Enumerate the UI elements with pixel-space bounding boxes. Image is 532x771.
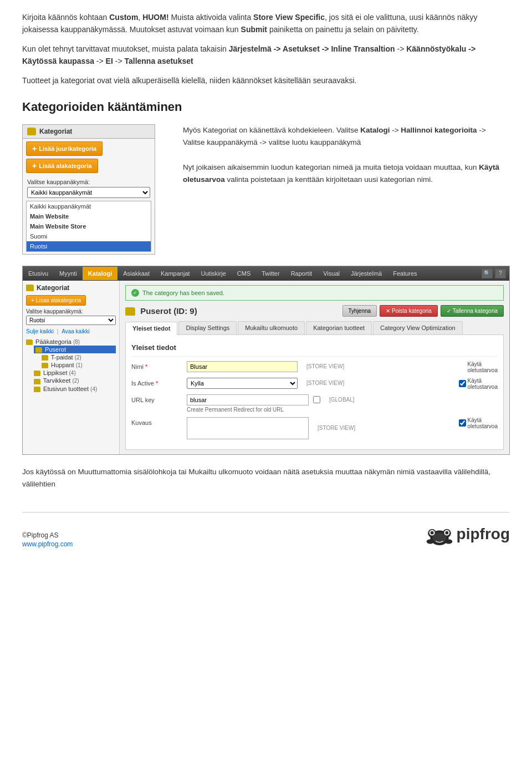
tree-huppant[interactable]: Huppant (1)	[42, 361, 116, 369]
tree-folder-icon-tpaidat	[42, 355, 48, 361]
tab-display[interactable]: Display Settings	[178, 321, 237, 334]
checkbox-kuvaus[interactable]	[459, 419, 466, 427]
delete-icon: ✕	[386, 308, 390, 314]
category-btn-group: Tyhjenna ✕ Poista kategoria ✓ Tallenna k…	[342, 305, 504, 317]
svg-point-6	[445, 531, 448, 535]
nav-katalogi[interactable]: Katalogi	[83, 267, 117, 280]
categories-two-col: Kategoriat + Lisää juurikategoria + Lisä…	[22, 124, 510, 255]
tab-yleiset[interactable]: Yleiset tiedot	[125, 322, 177, 335]
right-panel: Myös Kategoriat on käänettävä kohdekiele…	[183, 124, 510, 255]
success-text: The category has been saved.	[142, 290, 224, 296]
dropdown-item-3[interactable]: Main Website Store	[27, 221, 151, 231]
nav-etusivu[interactable]: Etusivu	[23, 267, 54, 280]
checkbox-url[interactable]	[313, 396, 320, 403]
tree-folder-icon-puserot	[35, 347, 42, 353]
tab-mukailtu[interactable]: Mukailtu ulkomuoto	[238, 321, 305, 334]
svg-point-5	[430, 531, 433, 535]
root-count: (8)	[73, 339, 80, 345]
category-title: Puserot (ID: 9)	[125, 306, 197, 316]
add-root-label: Lisää juurikategoria	[39, 145, 96, 152]
open-all-link[interactable]: Avaa kaikki	[62, 328, 89, 334]
tree-folder-icon-etusivu	[34, 387, 40, 392]
add-sub-label: Lisää alakategoria	[39, 163, 91, 169]
svg-point-8	[426, 539, 433, 544]
tree-tarvikkeet[interactable]: Tarvikkeet (2)	[34, 377, 116, 384]
tree-puserot[interactable]: Puserot (3)	[34, 346, 116, 353]
checkbox-active[interactable]	[459, 380, 466, 387]
tree-sub2: T-paidat (2) Huppant (1)	[34, 353, 116, 369]
tab-category-view[interactable]: Category View Optimization	[373, 321, 463, 334]
nav-asiakkaat[interactable]: Asiakkaat	[117, 267, 155, 280]
tree-root[interactable]: Pääkategoria (8)	[26, 338, 116, 346]
tree-folder-icon-huppant	[42, 363, 48, 368]
etusivu-count: (4)	[90, 386, 97, 392]
intro-para3: Tuotteet ja kategoriat ovat vielä alkupe…	[22, 74, 510, 87]
nav-raportit[interactable]: Raportit	[285, 267, 318, 280]
dropdown-item-1[interactable]: Kaikki kauppanäkymät	[27, 201, 151, 211]
copyright: ©Pipfrog AS	[22, 531, 59, 539]
kuvaus-editor[interactable]	[187, 417, 309, 439]
use-default-text-nimi: Käytäoletustarvoa	[468, 361, 498, 373]
tarvikkeet-count: (2)	[72, 378, 79, 384]
store-view-nimi: [STORE VIEW]	[306, 363, 344, 369]
tab-tuotteet[interactable]: Kategorian tuotteet	[306, 321, 372, 334]
dropdown-item-2[interactable]: Main Website	[27, 211, 151, 221]
footer-link[interactable]: www.pipfrog.com	[22, 540, 73, 548]
save-icon: ✓	[447, 308, 451, 314]
svg-point-9	[445, 539, 452, 544]
add-root-category-button[interactable]: + Lisää juurikategoria	[26, 141, 103, 156]
tree-lippikset[interactable]: Lippikset (4)	[34, 369, 116, 377]
footer-logo-text: pipfrog	[457, 525, 510, 543]
input-nimi[interactable]	[187, 361, 298, 372]
nav-cms[interactable]: CMS	[232, 267, 256, 280]
req-star-active: *	[156, 380, 158, 387]
store-view-kuvaus: [STORE VIEW]	[318, 425, 355, 431]
input-group-kuvaus: [STORE VIEW]	[187, 417, 459, 439]
link-separator: |	[57, 328, 60, 334]
sidebar-add-sub-button[interactable]: + Lisaa alakategoria	[26, 295, 86, 306]
req-star-nimi: *	[145, 363, 147, 370]
right-text-2: Nyt joikaisen aikaisemmin luodun kategor…	[183, 161, 510, 186]
save-category-button[interactable]: ✓ Tallenna kategoria	[441, 305, 504, 317]
plus-icon2: +	[32, 161, 37, 170]
success-message: ✓ The category has been saved.	[125, 285, 504, 301]
footer-logo: pipfrog	[426, 520, 510, 548]
nav-twitter[interactable]: Twitter	[256, 267, 285, 280]
tab-content: Yleiset tiedot Nimi * [STORE VIEW] Käytä…	[125, 335, 504, 450]
input-group-url: [GLOBAL]	[187, 394, 498, 405]
section-title: Kategorioiden kääntäminen	[22, 100, 510, 114]
nav-myynti[interactable]: Myynti	[54, 267, 83, 280]
save-label: Tallenna kategoria	[453, 308, 498, 314]
input-url[interactable]	[187, 394, 309, 405]
dropdown-item-4[interactable]: Suomi	[27, 231, 151, 241]
nav-jarjestelma[interactable]: Järjestelmä	[345, 267, 387, 280]
input-group-active: Kylla [STORE VIEW]	[187, 378, 459, 389]
intro-para1: Kirjoita käännös kohtaan Custom, HUOM! M…	[22, 11, 510, 36]
nav-kampanjat[interactable]: Kampanjat	[155, 267, 196, 280]
nav-visual[interactable]: Visual	[318, 267, 345, 280]
label-nimi: Nimi *	[131, 361, 187, 370]
delete-category-button[interactable]: ✕ Poista kategoria	[380, 305, 438, 317]
admin-main: ✓ The category has been saved. Puserot (…	[120, 281, 509, 454]
footer: ©Pipfrog AS www.pipfrog.com pipfrog	[22, 512, 510, 548]
huppant-count: (1)	[76, 362, 83, 368]
tree-folder-icon-lippikset	[34, 371, 40, 376]
tree-etusivu[interactable]: Etusivun tuotteet (4)	[34, 385, 116, 393]
admin-nav: Etusivu Myynti Katalogi Asiakkaat Kampan…	[23, 266, 509, 281]
tyhjenna-button[interactable]: Tyhjenna	[342, 305, 377, 317]
tree-tpaidat[interactable]: T-paidat (2)	[42, 353, 116, 361]
use-default-active: Käytäoletustarvoa	[459, 378, 498, 390]
search-icon-btn[interactable]: 🔍	[482, 268, 493, 278]
plus-icon: +	[32, 144, 37, 153]
sidebar-store-dropdown[interactable]: Ruotsi	[26, 316, 116, 325]
select-active[interactable]: Kylla	[187, 378, 298, 389]
dropdown-item-5[interactable]: Ruotsi	[27, 241, 151, 251]
folder-icon	[27, 128, 36, 135]
nav-uutiskirje[interactable]: Uutiskirje	[196, 267, 232, 280]
sidebar-store-select: Valitse kauppanäkymä: Ruotsi	[26, 308, 116, 325]
help-icon-btn[interactable]: ?	[495, 268, 506, 278]
store-view-dropdown[interactable]: Kaikki kauppanäkymät	[27, 187, 150, 198]
close-all-link[interactable]: Sulje kaikki	[26, 328, 54, 334]
nav-features[interactable]: Features	[387, 267, 422, 280]
add-sub-category-button[interactable]: + Lisää alakategoria	[26, 159, 98, 173]
